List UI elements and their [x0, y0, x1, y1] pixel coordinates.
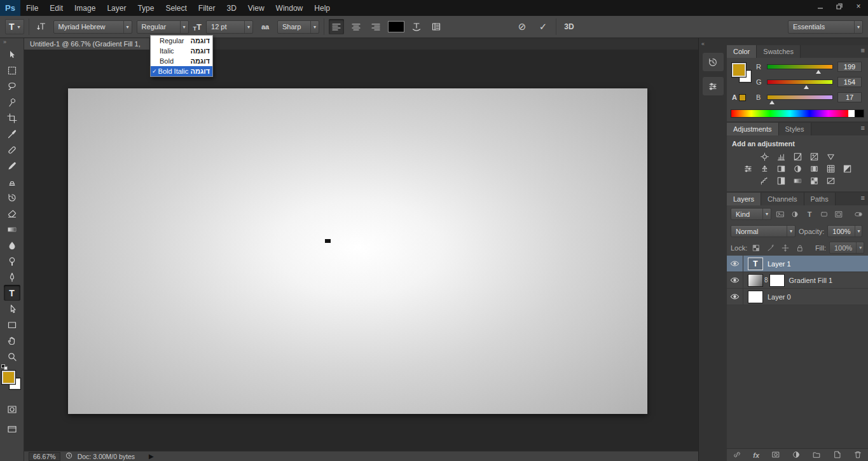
invert-icon[interactable]	[840, 163, 854, 174]
visibility-eye-icon[interactable]	[727, 256, 743, 272]
curves-icon[interactable]	[790, 151, 804, 162]
lock-position-icon[interactable]	[780, 244, 791, 252]
lasso-tool-icon[interactable]	[4, 78, 20, 94]
document-tab[interactable]: Untitled-1 @ 66.7% (Gradient Fill 1,	[24, 38, 150, 50]
link-layers-icon[interactable]	[733, 450, 741, 460]
text-layer-thumbnail[interactable]: T	[748, 258, 763, 270]
style-option-bold[interactable]: Bold דוגמה	[151, 56, 212, 66]
screen-mode-icon[interactable]	[4, 421, 20, 437]
layer-thumbnail[interactable]	[748, 291, 763, 303]
commit-edits-button[interactable]: ✓	[535, 21, 551, 32]
tab-layers[interactable]: Layers	[727, 193, 761, 205]
layer-name[interactable]: Layer 0	[768, 293, 791, 301]
layer-name[interactable]: Gradient Fill 1	[789, 277, 832, 284]
foreground-color-swatch[interactable]	[2, 371, 15, 384]
filter-adjustment-layers-icon[interactable]	[789, 210, 801, 219]
filter-pixel-layers-icon[interactable]	[775, 210, 786, 219]
black-white-icon[interactable]	[774, 163, 788, 174]
align-center-button[interactable]	[348, 19, 364, 34]
tab-color[interactable]: Color	[727, 45, 757, 58]
collapse-toolbar-chevron-icon[interactable]: »	[0, 39, 6, 46]
gradient-fill-thumbnail[interactable]	[748, 274, 763, 287]
workspace-select[interactable]: Essentials ▾	[788, 20, 863, 34]
default-colors-icon[interactable]	[1, 364, 8, 370]
3d-text-button[interactable]: 3D	[561, 22, 577, 31]
blue-slider-thumb[interactable]	[769, 100, 775, 104]
properties-panel-icon[interactable]	[703, 77, 724, 95]
zoom-tool-icon[interactable]	[4, 348, 20, 364]
tab-swatches[interactable]: Swatches	[757, 45, 801, 58]
status-menu-arrow-icon[interactable]: ▶	[149, 453, 154, 460]
green-value-field[interactable]: 154	[837, 77, 862, 87]
menu-window[interactable]: Window	[270, 0, 309, 16]
layer-name[interactable]: Layer 1	[768, 260, 791, 268]
pen-tool-icon[interactable]	[4, 269, 20, 285]
green-slider[interactable]	[767, 79, 833, 85]
font-size-select[interactable]: 12 pt ▾	[206, 20, 253, 34]
history-panel-icon[interactable]	[703, 53, 724, 71]
color-spectrum-ramp[interactable]	[731, 109, 864, 118]
rectangle-tool-icon[interactable]	[4, 317, 20, 333]
tab-styles[interactable]: Styles	[779, 123, 811, 135]
spectrum-black[interactable]	[855, 110, 864, 117]
restore-button[interactable]	[830, 0, 849, 12]
menu-type[interactable]: Type	[132, 0, 160, 16]
tool-preset-picker[interactable]: T ▾	[5, 19, 24, 34]
layer-mask-thumbnail[interactable]	[769, 274, 785, 287]
crop-tool-icon[interactable]	[4, 110, 20, 126]
menu-edit[interactable]: Edit	[44, 0, 69, 16]
canvas-workspace[interactable]	[24, 50, 698, 451]
warp-text-button[interactable]	[409, 19, 424, 34]
blue-slider[interactable]	[767, 95, 833, 100]
menu-filter[interactable]: Filter	[193, 0, 221, 16]
path-selection-tool-icon[interactable]	[4, 301, 20, 317]
blue-value-field[interactable]: 17	[837, 92, 862, 102]
cancel-edits-button[interactable]: ⊘	[514, 21, 530, 32]
layer-mask-link-icon[interactable]: 8	[764, 277, 768, 284]
tab-paths[interactable]: Paths	[804, 193, 836, 205]
kind-filter-select[interactable]: Kind ▾	[731, 208, 771, 220]
dodge-tool-icon[interactable]	[4, 253, 20, 269]
layer-row-layer-1[interactable]: T Layer 1	[727, 256, 868, 272]
text-color-swatch[interactable]	[388, 21, 404, 32]
brush-tool-icon[interactable]	[4, 158, 20, 174]
vibrance-icon[interactable]	[823, 151, 837, 162]
menu-select[interactable]: Select	[160, 0, 192, 16]
blur-tool-icon[interactable]	[4, 237, 20, 253]
toggle-panels-button[interactable]	[429, 19, 444, 34]
panel-menu-icon[interactable]: ≡	[861, 124, 865, 132]
filter-type-layers-icon[interactable]: T	[804, 210, 815, 218]
hue-saturation-icon[interactable]	[741, 163, 755, 174]
levels-icon[interactable]	[774, 151, 788, 162]
gradient-map-icon[interactable]	[790, 175, 804, 186]
style-option-bold-italic[interactable]: ✓ Bold Italic דוגמה	[151, 66, 212, 76]
expand-dock-chevron-icon[interactable]: «	[699, 41, 705, 47]
tab-channels[interactable]: Channels	[761, 193, 804, 205]
layer-style-fx-icon[interactable]: fx	[753, 451, 759, 459]
menu-3d[interactable]: 3D	[221, 0, 242, 16]
delete-layer-icon[interactable]	[853, 450, 862, 460]
selective-color-icon[interactable]	[807, 175, 821, 186]
visibility-eye-icon[interactable]	[727, 272, 743, 288]
color-lookup-icon[interactable]	[823, 163, 837, 174]
menu-help[interactable]: Help	[308, 0, 336, 16]
minimize-button[interactable]	[811, 0, 830, 12]
red-slider[interactable]	[767, 64, 833, 69]
gradient-tool-icon[interactable]	[4, 221, 20, 237]
eyedropper-tool-icon[interactable]	[4, 126, 20, 142]
font-style-select[interactable]: Regular ▾	[137, 20, 189, 34]
style-option-regular[interactable]: Regular דוגמה	[151, 36, 212, 46]
channel-mixer-icon[interactable]	[807, 163, 821, 174]
menu-image[interactable]: Image	[69, 0, 101, 16]
new-adjustment-layer-icon[interactable]	[792, 450, 801, 460]
exposure-icon[interactable]	[807, 151, 821, 162]
rectangular-marquee-tool-icon[interactable]	[4, 62, 20, 78]
lock-transparency-icon[interactable]	[750, 244, 762, 252]
filter-shape-layers-icon[interactable]	[818, 210, 830, 219]
zoom-level-field[interactable]: 66.67%	[29, 452, 60, 461]
layer-row-layer-0[interactable]: Layer 0	[727, 289, 868, 305]
move-tool-icon[interactable]	[4, 46, 20, 62]
blend-mode-select[interactable]: Normal ▾	[731, 225, 796, 237]
style-option-italic[interactable]: Italic דוגמה	[151, 46, 212, 56]
font-family-select[interactable]: Myriad Hebrew ▾	[53, 20, 132, 34]
